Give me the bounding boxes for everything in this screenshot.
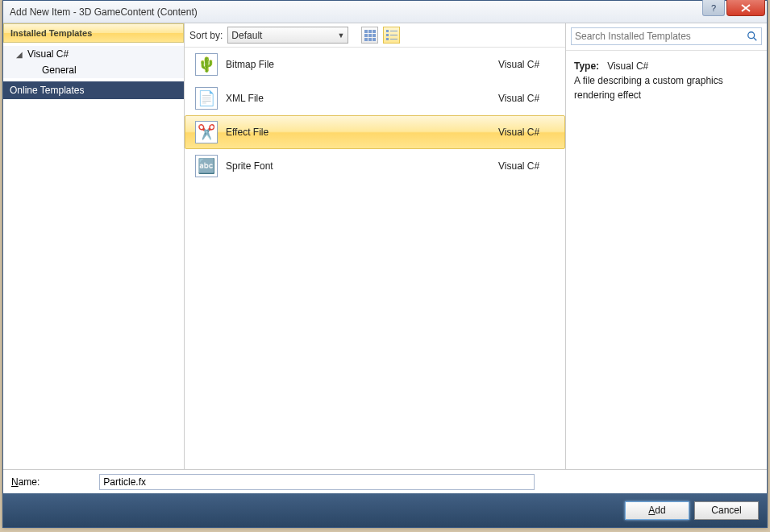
- close-icon: [741, 4, 751, 12]
- template-list: 🌵 Bitmap File Visual C# 📄 XML File Visua…: [185, 48, 565, 469]
- template-item-sprite-font[interactable]: 🔤 Sprite Font Visual C#: [185, 149, 565, 183]
- svg-point-0: [748, 32, 755, 39]
- tree-item-label: General: [42, 64, 77, 76]
- xml-file-icon: 📄: [195, 87, 218, 110]
- template-item-xml-file[interactable]: 📄 XML File Visual C#: [185, 81, 565, 115]
- sort-by-label: Sort by:: [189, 30, 223, 41]
- chevron-down-icon: ◢: [16, 50, 24, 59]
- effect-file-icon: ✂️: [195, 121, 218, 143]
- template-item-label: Bitmap File: [226, 59, 498, 70]
- template-item-lang: Visual C#: [498, 59, 555, 70]
- dialog-window: Add New Item - 3D GameContent (Content) …: [2, 0, 768, 528]
- sort-by-select[interactable]: Default ▼: [227, 27, 348, 44]
- titlebar: Add New Item - 3D GameContent (Content) …: [3, 1, 767, 23]
- template-item-lang: Visual C#: [498, 127, 555, 138]
- chevron-down-icon: ▼: [337, 31, 344, 39]
- name-row: Name:: [3, 469, 767, 493]
- online-templates-label: Online Templates: [10, 85, 85, 96]
- template-tree: ◢ Visual C# General: [3, 43, 184, 81]
- tree-item-visual-csharp[interactable]: ◢ Visual C#: [3, 46, 184, 62]
- close-button[interactable]: [726, 0, 765, 16]
- template-item-lang: Visual C#: [498, 93, 555, 104]
- bitmap-file-icon: 🌵: [195, 53, 218, 76]
- center-column: Sort by: Default ▼ 🌵: [185, 23, 565, 469]
- name-input[interactable]: [99, 474, 535, 490]
- content-area: Installed Templates ◢ Visual C# General …: [3, 23, 767, 527]
- template-item-effect-file[interactable]: ✂️ Effect File Visual C#: [185, 115, 565, 149]
- type-value: Visual C#: [607, 60, 648, 72]
- template-item-label: XML File: [226, 93, 498, 104]
- help-icon: ?: [711, 3, 716, 13]
- search-icon: [747, 31, 758, 42]
- search-wrap: [566, 23, 767, 51]
- sidebar-header: Installed Templates: [3, 23, 184, 43]
- template-item-lang: Visual C#: [498, 160, 555, 172]
- toolbar: Sort by: Default ▼: [185, 23, 565, 48]
- sprite-font-icon: 🔤: [195, 155, 218, 177]
- view-icons-button[interactable]: [361, 27, 378, 44]
- template-item-label: Sprite Font: [226, 160, 498, 172]
- tree-item-general[interactable]: General: [3, 62, 184, 78]
- window-title: Add New Item - 3D GameContent (Content): [10, 6, 198, 18]
- cancel-button[interactable]: Cancel: [694, 501, 759, 520]
- details-panel: Type: Visual C# A file describing a cust…: [565, 23, 767, 469]
- titlebar-buttons: ?: [702, 1, 767, 23]
- search-box[interactable]: [571, 27, 762, 45]
- sort-by-value: Default: [231, 30, 262, 41]
- add-button[interactable]: Add: [625, 501, 689, 520]
- template-item-label: Effect File: [226, 127, 498, 138]
- view-list-button[interactable]: [383, 27, 400, 44]
- main-row: Installed Templates ◢ Visual C# General …: [3, 23, 767, 469]
- tree-item-label: Visual C#: [27, 48, 69, 60]
- info-pane: Type: Visual C# A file describing a cust…: [566, 51, 767, 110]
- template-description: A file describing a custom graphics rend…: [574, 73, 759, 102]
- list-icon: [386, 30, 397, 41]
- type-label: Type:: [574, 60, 599, 72]
- svg-line-1: [754, 38, 757, 41]
- help-button[interactable]: ?: [702, 0, 725, 16]
- button-bar: Add Cancel: [3, 493, 767, 527]
- name-label: Name:: [11, 476, 40, 488]
- search-input[interactable]: [575, 31, 747, 42]
- grid-icon: [364, 30, 376, 41]
- online-templates[interactable]: Online Templates: [3, 81, 184, 99]
- sidebar: Installed Templates ◢ Visual C# General …: [3, 23, 185, 469]
- template-item-bitmap-file[interactable]: 🌵 Bitmap File Visual C#: [185, 48, 565, 81]
